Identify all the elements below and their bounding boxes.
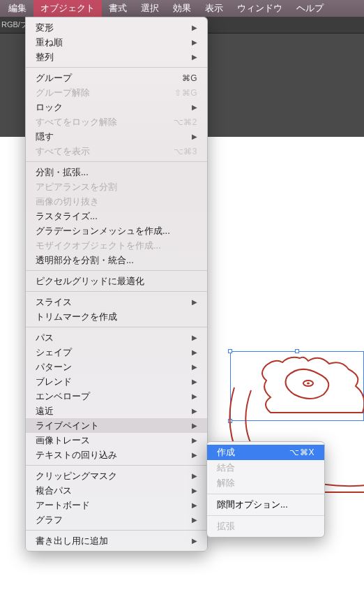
menu-item[interactable]: グラデーションメッシュを作成... [26,223,207,238]
menubar: 編集オブジェクト書式選択効果表示ウィンドウヘルプ [0,0,364,17]
menu-item[interactable]: パターン▶ [26,360,207,374]
menu-item: モザイクオブジェクトを作成... [26,238,207,253]
menubar-item-7[interactable]: ヘルプ [289,0,331,17]
menu-item[interactable]: エンベロープ▶ [26,389,207,404]
menu-item-label: ブレンド [36,376,190,388]
menu-item[interactable]: 書き出し用に追加▶ [26,533,207,548]
menu-item[interactable]: 画像トレース▶ [26,433,207,448]
menubar-item-4[interactable]: 効果 [166,0,198,17]
menu-item[interactable]: アートボード▶ [26,498,207,512]
menu-shortcut: ⌥⌘3 [174,147,197,156]
menu-item-label: アピアランスを分割 [36,181,197,193]
menu-item-label: 変形 [36,22,190,34]
chevron-right-icon: ▶ [190,472,197,480]
chevron-right-icon: ▶ [190,53,197,61]
menu-item-label: ピクセルグリッドに最適化 [36,275,197,288]
chevron-right-icon: ▶ [190,436,197,444]
submenu-separator [207,515,324,516]
menu-item[interactable]: スライス▶ [26,295,207,309]
menu-item-label: 遠近 [36,405,190,417]
menu-item[interactable]: グラフ▶ [26,512,207,527]
menu-item-label: 透明部分を分割・統合... [36,254,197,267]
menu-item[interactable]: 透明部分を分割・統合... [26,253,207,267]
menu-item-label: クリッピングマスク [36,470,190,482]
menu-item[interactable]: ラスタライズ... [26,209,207,223]
chevron-right-icon: ▶ [190,516,197,524]
doc-tab-label[interactable]: RGB/プ [1,20,28,30]
menu-item-label: グラデーションメッシュを作成... [36,225,197,237]
menu-item-label: スライス [36,296,190,309]
chevron-right-icon: ▶ [190,451,197,459]
submenu-item: 結合 [207,460,324,475]
menu-item[interactable]: 変形▶ [26,20,207,35]
menu-item: すべてを表示⌥⌘3 [26,144,207,158]
submenu-shortcut: ⌥⌘X [289,448,314,457]
menu-item: 画像の切り抜き [26,194,207,209]
chevron-right-icon: ▶ [190,537,197,545]
menu-item-label: パス [36,332,190,344]
chevron-right-icon: ▶ [190,103,197,111]
chevron-right-icon: ▶ [190,24,197,31]
menu-item-label: 複合パス [36,485,190,497]
menubar-item-6[interactable]: ウィンドウ [230,0,289,17]
chevron-right-icon: ▶ [190,407,197,415]
menu-item-label: テキストの回り込み [36,449,190,461]
menu-item-label: 隠す [36,131,190,143]
menu-item[interactable]: ピクセルグリッドに最適化 [26,274,207,288]
menu-item[interactable]: 複合パス▶ [26,483,207,498]
submenu-item-label: 作成 [217,446,289,459]
menu-item-label: ライブペイント [36,420,190,432]
menu-separator [26,161,207,162]
menu-item-label: すべてを表示 [36,145,174,158]
menu-item[interactable]: 隠す▶ [26,129,207,144]
menu-item[interactable]: シェイプ▶ [26,345,207,360]
menu-item[interactable]: 分割・拡張... [26,165,207,179]
menu-separator [26,67,207,68]
chevron-right-icon: ▶ [190,487,197,494]
menubar-item-1[interactable]: オブジェクト [33,0,102,17]
chevron-right-icon: ▶ [190,298,197,306]
menu-item-label: 画像の切り抜き [36,195,197,208]
menu-item-label: 画像トレース [36,434,190,447]
menu-item[interactable]: ロック▶ [26,100,207,114]
menu-item-label: グループ [36,72,182,84]
menu-item[interactable]: 整列▶ [26,50,207,64]
menu-item: グループ解除⇧⌘G [26,85,207,100]
menu-shortcut: ⇧⌘G [174,88,197,98]
submenu-item-label: 結合 [217,461,314,474]
menubar-item-5[interactable]: 表示 [198,0,230,17]
menu-item[interactable]: ブレンド▶ [26,374,207,389]
menu-item[interactable]: ライブペイント▶ [26,418,207,433]
menu-item[interactable]: 遠近▶ [26,404,207,418]
menu-shortcut: ⌘G [182,73,197,83]
menu-shortcut: ⌥⌘2 [174,117,197,127]
submenu-item[interactable]: 隙間オプション... [207,497,324,512]
menu-item-label: パターン [36,361,190,374]
menu-item[interactable]: グループ⌘G [26,71,207,85]
menu-item[interactable]: テキストの回り込み▶ [26,448,207,462]
menubar-item-2[interactable]: 書式 [102,0,134,17]
menu-item[interactable]: クリッピングマスク▶ [26,468,207,483]
selection-handle[interactable] [228,349,232,353]
menu-item-label: グラフ [36,514,190,526]
livepaint-submenu[interactable]: 作成⌥⌘X結合解除隙間オプション...拡張 [206,441,325,538]
submenu-item: 拡張 [207,519,324,534]
menu-item-label: シェイプ [36,346,190,359]
menu-item-label: 書き出し用に追加 [36,535,190,547]
chevron-right-icon: ▶ [190,348,197,356]
submenu-separator [207,494,324,494]
submenu-item[interactable]: 作成⌥⌘X [207,445,324,460]
menu-item[interactable]: トリムマークを作成 [26,309,207,324]
menubar-item-0[interactable]: 編集 [1,0,33,17]
menu-item-label: 重ね順 [36,36,190,49]
object-menu-dropdown[interactable]: 変形▶重ね順▶整列▶グループ⌘Gグループ解除⇧⌘Gロック▶すべてをロック解除⌥⌘… [25,17,208,552]
menu-item[interactable]: パス▶ [26,330,207,345]
menu-item-label: アートボード [36,499,190,512]
selection-handle[interactable] [295,349,299,353]
menu-item[interactable]: 重ね順▶ [26,35,207,50]
menubar-item-3[interactable]: 選択 [134,0,166,17]
menu-item-label: 分割・拡張... [36,166,197,179]
chevron-right-icon: ▶ [190,363,197,371]
submenu-item-label: 隙間オプション... [217,498,314,511]
menu-separator [26,270,207,271]
